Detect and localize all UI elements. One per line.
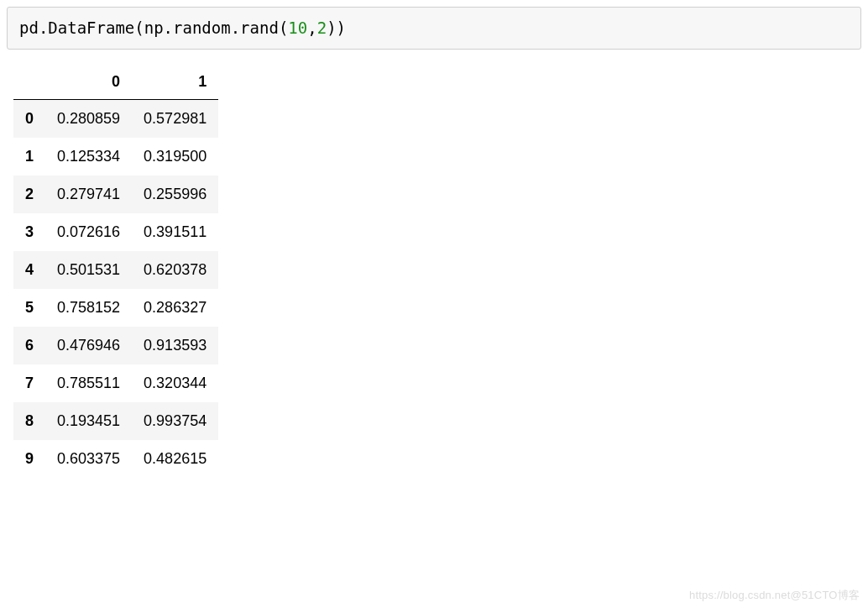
code-token: np.random.rand (144, 18, 279, 37)
table-row: 6 0.476946 0.913593 (13, 327, 218, 364)
table-column-header: 0 (45, 65, 132, 100)
row-index: 5 (13, 289, 45, 327)
cell: 0.482615 (132, 440, 218, 478)
row-index: 4 (13, 251, 45, 289)
code-token: ( (279, 18, 288, 37)
dataframe-table: 0 1 0 0.280859 0.572981 1 0.125334 0.319… (13, 65, 218, 478)
row-index: 3 (13, 213, 45, 251)
code-token: 2 (317, 18, 327, 37)
table-row: 5 0.758152 0.286327 (13, 289, 218, 327)
output-area: 0 1 0 0.280859 0.572981 1 0.125334 0.319… (7, 50, 861, 485)
row-index: 6 (13, 327, 45, 364)
row-index: 8 (13, 402, 45, 440)
cell: 0.501531 (45, 251, 132, 289)
table-row: 1 0.125334 0.319500 (13, 138, 218, 176)
code-token: ( (134, 18, 144, 37)
table-row: 7 0.785511 0.320344 (13, 364, 218, 402)
row-index: 0 (13, 99, 45, 138)
cell: 0.286327 (132, 289, 218, 327)
row-index: 1 (13, 138, 45, 176)
cell: 0.993754 (132, 402, 218, 440)
cell: 0.620378 (132, 251, 218, 289)
cell: 0.572981 (132, 99, 218, 138)
code-input-cell[interactable]: pd.DataFrame(np.random.rand(10,2)) (7, 7, 861, 50)
cell: 0.913593 (132, 327, 218, 364)
table-row: 3 0.072616 0.391511 (13, 213, 218, 251)
code-token: pd.DataFrame (19, 18, 134, 37)
table-row: 9 0.603375 0.482615 (13, 440, 218, 478)
cell: 0.255996 (132, 176, 218, 213)
cell: 0.072616 (45, 213, 132, 251)
code-token: ) (327, 18, 336, 37)
cell: 0.476946 (45, 327, 132, 364)
row-index: 9 (13, 440, 45, 478)
table-column-header: 1 (132, 65, 218, 100)
cell: 0.280859 (45, 99, 132, 138)
table-row: 2 0.279741 0.255996 (13, 176, 218, 213)
cell: 0.319500 (132, 138, 218, 176)
row-index: 2 (13, 176, 45, 213)
table-row: 4 0.501531 0.620378 (13, 251, 218, 289)
cell: 0.785511 (45, 364, 132, 402)
cell: 0.391511 (132, 213, 218, 251)
code-token: 10 (288, 18, 307, 37)
cell: 0.279741 (45, 176, 132, 213)
cell: 0.125334 (45, 138, 132, 176)
cell: 0.603375 (45, 440, 132, 478)
cell: 0.758152 (45, 289, 132, 327)
cell: 0.320344 (132, 364, 218, 402)
table-row: 0 0.280859 0.572981 (13, 99, 218, 138)
table-row: 8 0.193451 0.993754 (13, 402, 218, 440)
row-index: 7 (13, 364, 45, 402)
cell: 0.193451 (45, 402, 132, 440)
code-token: , (307, 18, 316, 37)
table-header-corner (13, 65, 45, 100)
code-token: ) (337, 18, 346, 37)
